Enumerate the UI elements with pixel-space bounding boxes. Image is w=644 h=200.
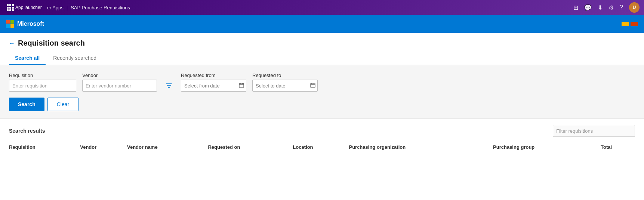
nav-separator: | — [67, 5, 68, 10]
main-content: ← Requisition search Search all Recently… — [0, 33, 644, 200]
badge-orange — [631, 22, 638, 26]
requested-from-group: Requested from — [181, 73, 246, 92]
table-header-row: Requisition Vendor Vendor name Requested… — [9, 141, 635, 153]
page-title: Requisition search — [18, 39, 85, 47]
help-icon[interactable]: ? — [620, 4, 623, 11]
back-row: ← Requisition search — [9, 39, 635, 47]
back-button[interactable]: ← — [9, 40, 15, 47]
requisition-input[interactable] — [9, 80, 76, 92]
results-table: Requisition Vendor Vendor name Requested… — [9, 141, 635, 153]
microsoft-logo[interactable]: Microsoft — [6, 20, 44, 28]
form-fields-row: Requisition Vendor Requested from — [9, 73, 635, 92]
apps-icon[interactable]: ⊞ — [573, 4, 578, 11]
header-badges — [622, 22, 638, 26]
nav-right: ⊞ 💬 ⬇ ⚙ ? U — [573, 2, 640, 13]
requisition-label: Requisition — [9, 73, 76, 78]
vendor-input[interactable] — [82, 80, 157, 92]
download-icon[interactable]: ⬇ — [598, 4, 603, 11]
page-header: ← Requisition search Search all Recently… — [0, 33, 644, 65]
results-title: Search results — [9, 128, 45, 134]
badge-yellow — [622, 22, 629, 26]
user-avatar[interactable]: U — [629, 2, 640, 13]
requested-to-wrap — [252, 80, 318, 92]
results-header: Search results — [9, 125, 635, 137]
requested-to-group: Requested to — [252, 73, 318, 92]
requested-from-wrap — [181, 80, 246, 92]
col-vendor: Vendor — [80, 141, 127, 153]
filter-requisitions-input[interactable] — [553, 125, 635, 137]
col-purchasing-group: Purchasing group — [493, 141, 601, 153]
col-requisition: Requisition — [9, 141, 80, 153]
search-button[interactable]: Search — [9, 98, 44, 111]
requested-from-label: Requested from — [181, 73, 246, 78]
filter-input-wrap — [553, 125, 635, 137]
microsoft-label: Microsoft — [17, 21, 44, 27]
waffle-icon — [7, 4, 14, 11]
col-location: Location — [293, 141, 349, 153]
col-purchasing-org: Purchasing organization — [349, 141, 493, 153]
tab-recently-searched[interactable]: Recently searched — [47, 52, 102, 65]
table-header: Requisition Vendor Vendor name Requested… — [9, 141, 635, 153]
settings-icon[interactable]: ⚙ — [608, 4, 614, 11]
search-form: Requisition Vendor Requested from — [0, 65, 644, 119]
app-launcher-label: App launcher — [15, 5, 42, 10]
vendor-group: Vendor — [82, 73, 157, 92]
nav-app-context: er Apps — [47, 5, 64, 10]
nav-app-title: SAP Purchase Requisitions — [71, 5, 130, 10]
top-navigation: App launcher er Apps | SAP Purchase Requ… — [0, 0, 644, 15]
microsoft-header: Microsoft — [0, 15, 644, 33]
col-requested-on: Requested on — [208, 141, 293, 153]
app-launcher-button[interactable]: App launcher — [4, 3, 44, 13]
filter-icon — [166, 83, 172, 89]
filter-icon-button[interactable] — [163, 80, 175, 92]
requisition-group: Requisition — [9, 73, 76, 92]
requested-from-input[interactable] — [181, 80, 246, 92]
button-row: Search Clear — [9, 98, 635, 111]
ms-logo-squares — [6, 20, 14, 28]
requested-to-input[interactable] — [252, 80, 318, 92]
col-total: Total — [601, 141, 635, 153]
clear-button[interactable]: Clear — [47, 98, 78, 111]
col-vendor-name: Vendor name — [127, 141, 208, 153]
nav-left: App launcher er Apps | SAP Purchase Requ… — [4, 3, 130, 13]
tab-list: Search all Recently searched — [9, 52, 635, 65]
vendor-label: Vendor — [82, 73, 157, 78]
requested-to-label: Requested to — [252, 73, 318, 78]
chat-icon[interactable]: 💬 — [584, 4, 592, 11]
results-area: Search results Requisition Vendor Vendor… — [0, 119, 644, 159]
tab-search-all[interactable]: Search all — [9, 52, 46, 65]
